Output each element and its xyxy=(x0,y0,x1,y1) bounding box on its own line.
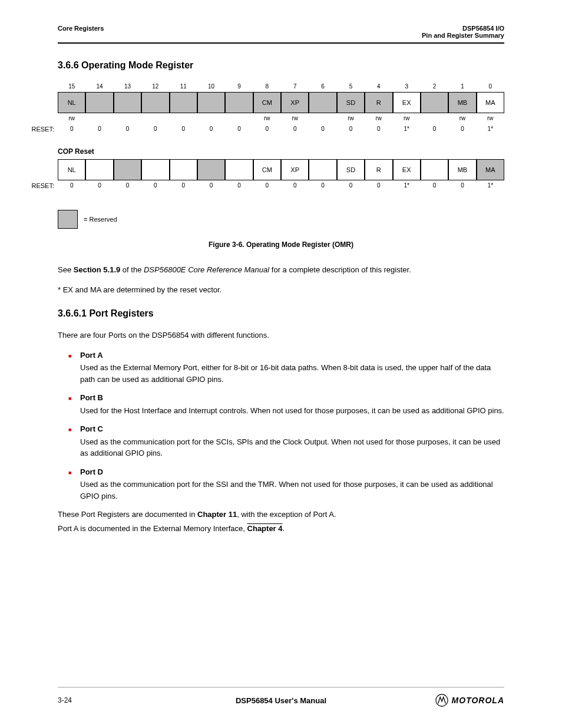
bit-num: 13 xyxy=(114,81,141,92)
bit-reset: 0 xyxy=(365,180,392,191)
bit-num: 6 xyxy=(309,81,336,92)
bit-cell xyxy=(85,92,113,113)
bit-type: rw xyxy=(281,113,309,124)
bit-type xyxy=(141,113,169,124)
footer-title: DSP56854 User's Manual xyxy=(58,696,504,705)
port-name: Port C xyxy=(80,424,103,433)
bit-cell xyxy=(170,159,197,180)
bit-cell xyxy=(225,159,253,180)
bit-reset: 0 xyxy=(170,180,197,191)
section-title: 3.6.6 Operating Mode Register xyxy=(58,60,504,71)
bit-num: 8 xyxy=(253,81,281,92)
bit-type: rw xyxy=(337,113,365,124)
bit-cell: CM xyxy=(253,92,281,113)
bit-type-row: rwrwrwrwrwrwrwrw xyxy=(58,113,504,124)
bit-num: 0 xyxy=(477,81,504,92)
bit-reset: 1* xyxy=(477,124,504,134)
bit-reset: 0 xyxy=(225,124,253,134)
port-name: Port A xyxy=(80,351,103,360)
bit-reset: 0 xyxy=(253,180,281,191)
bit-cell: NL xyxy=(58,92,85,113)
port-desc: Used as the External Memory Port, either… xyxy=(80,362,504,385)
page-header: Core Registers DSP56854 I/O Pin and Regi… xyxy=(58,25,504,39)
bit-reset-row-cop: 0000000000001*001* xyxy=(58,180,504,191)
port-item: Port AUsed as the External Memory Port, … xyxy=(68,350,504,386)
bit-num: 12 xyxy=(141,81,169,92)
reset-label: RESET: xyxy=(31,180,58,191)
header-right-2: Pin and Register Summary xyxy=(422,32,504,39)
bit-cell xyxy=(421,92,448,113)
ports-reference: These Port Registers are documented in C… xyxy=(58,509,504,521)
bit-reset: 0 xyxy=(365,124,392,134)
bit-reset: 1* xyxy=(393,180,421,191)
bit-cell: MB xyxy=(448,159,476,180)
bit-cell-row: NLCMXPSDREXMBMA xyxy=(58,92,504,113)
bit-reset: 0 xyxy=(337,180,365,191)
port-desc: Used as the communication port for the S… xyxy=(80,479,504,502)
bit-cell xyxy=(197,159,225,180)
bit-num: 1 xyxy=(448,81,476,92)
ports-ref-prefix: These Port Registers are documented in xyxy=(58,510,197,519)
bit-cell: EX xyxy=(393,159,421,180)
ports-intro: There are four Ports on the DSP56854 wit… xyxy=(58,330,504,341)
bit-cell: MA xyxy=(477,159,504,180)
bit-reset: 0 xyxy=(281,180,309,191)
header-rule xyxy=(58,42,504,44)
intro-text: See Section 5.1.9 of the DSP56800E Core … xyxy=(58,264,504,276)
bit-reset: 0 xyxy=(309,124,336,134)
legend-swatch xyxy=(58,210,78,229)
bit-type xyxy=(309,113,336,124)
bit-cell xyxy=(225,92,253,113)
ports-ref-chapter: Chapter 11 xyxy=(197,510,237,519)
bit-cell: SD xyxy=(337,92,365,113)
ports-heading: 3.6.6.1 Port Registers xyxy=(58,308,504,319)
bit-num: 14 xyxy=(85,81,113,92)
bit-cell: MA xyxy=(477,92,504,113)
bit-type: rw xyxy=(477,113,504,124)
legend: = Reserved xyxy=(58,210,504,229)
bit-cell xyxy=(141,159,169,180)
bit-reset: 0 xyxy=(197,180,225,191)
port-name: Port B xyxy=(80,393,103,402)
bit-cell: XP xyxy=(281,159,309,180)
bit-cell: CM xyxy=(253,159,281,180)
bit-reset: 0 xyxy=(281,124,309,134)
page-footer: 3-24 DSP56854 User's Manual MOTOROLA xyxy=(58,687,504,707)
bit-reset: 0 xyxy=(85,180,113,191)
bit-cell xyxy=(170,92,197,113)
ports-reference-2: Port A is documented in the External Mem… xyxy=(58,523,504,535)
port-desc: Used as the communication port for the S… xyxy=(80,436,504,459)
footnote: * EX and MA are determined by the reset … xyxy=(58,284,504,296)
port-item: Port BUsed for the Host Interface and In… xyxy=(68,392,504,416)
header-right: DSP56854 I/O Pin and Register Summary xyxy=(422,25,504,39)
bit-type: rw xyxy=(448,113,476,124)
header-left: Core Registers xyxy=(58,25,104,39)
port-item: Port DUsed as the communication port for… xyxy=(68,466,504,502)
port-name: Port D xyxy=(80,467,103,476)
bit-cell xyxy=(309,92,336,113)
bit-type: rw xyxy=(365,113,392,124)
bit-type xyxy=(197,113,225,124)
bit-cell: R xyxy=(365,92,392,113)
bit-cell xyxy=(309,159,336,180)
port-desc: Used for the Host Interface and Interrup… xyxy=(80,405,504,417)
bit-cell: EX xyxy=(393,92,421,113)
bit-reset: 0 xyxy=(421,124,448,134)
bit-reset: 0 xyxy=(421,180,448,191)
bit-reset: 0 xyxy=(337,124,365,134)
bit-cell-row-cop: NLCMXPSDREXMBMA xyxy=(58,159,504,180)
bit-type xyxy=(421,113,448,124)
bit-reset: 1* xyxy=(393,124,421,134)
bit-num: 7 xyxy=(281,81,309,92)
figure-caption: Figure 3-6. Operating Mode Register (OMR… xyxy=(58,241,504,249)
bit-num: 11 xyxy=(170,81,197,92)
bit-reset: 0 xyxy=(58,124,85,134)
bit-num: 15 xyxy=(58,81,85,92)
bit-reset: 0 xyxy=(114,180,141,191)
bit-reset: 0 xyxy=(253,124,281,134)
reset-label: RESET: xyxy=(31,124,58,134)
bit-cell: XP xyxy=(281,92,309,113)
bit-cell xyxy=(421,159,448,180)
legend-text: = Reserved xyxy=(84,216,117,223)
bit-type xyxy=(225,113,253,124)
